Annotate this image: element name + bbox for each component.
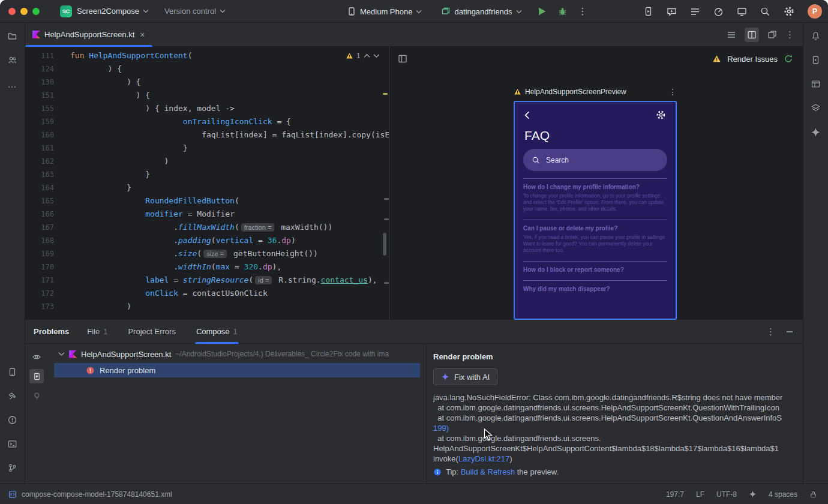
line-number[interactable]: 163 <box>37 168 54 181</box>
code-text[interactable]: } <box>70 143 188 152</box>
line-number[interactable]: 172 <box>37 287 54 300</box>
device-selector[interactable]: Medium Phone <box>347 7 422 16</box>
terminal-icon[interactable] <box>7 439 17 449</box>
lock-icon[interactable] <box>809 490 817 499</box>
line-number[interactable]: 166 <box>37 208 54 221</box>
line-number[interactable]: 159 <box>37 115 54 128</box>
debug-button[interactable] <box>557 7 568 16</box>
list-view-icon[interactable] <box>727 30 736 40</box>
line-number[interactable]: 164 <box>37 181 54 194</box>
code-text[interactable]: ) <box>70 157 169 166</box>
code-line[interactable]: 164 } <box>25 181 389 194</box>
device-manager-icon[interactable] <box>737 7 747 17</box>
render-issues-label[interactable]: Render Issues <box>727 55 778 64</box>
line-number[interactable]: 111 <box>37 49 54 62</box>
user-avatar[interactable]: P <box>808 4 822 19</box>
stripe-mark[interactable] <box>384 198 389 200</box>
code-text[interactable]: modifier = Modifier <box>70 209 235 218</box>
running-devices-icon[interactable] <box>7 367 17 377</box>
stack-link[interactable]: 199) <box>433 424 449 433</box>
notifications-bell-icon[interactable] <box>811 31 821 41</box>
code-text[interactable]: } <box>70 170 150 179</box>
code-line[interactable]: 166 modifier = Modifier <box>25 208 389 221</box>
autoscroll-eye-icon[interactable] <box>29 350 44 364</box>
code-line[interactable]: 169 .size(size = getButtonHeight()) <box>25 247 389 260</box>
layout-inspector-icon[interactable] <box>811 79 821 89</box>
line-ending[interactable]: LF <box>696 490 704 499</box>
tab-project-errors[interactable]: Project Errors <box>127 320 176 344</box>
line-number[interactable]: 155 <box>37 102 54 115</box>
line-number[interactable]: 173 <box>37 300 54 313</box>
line-number[interactable]: 167 <box>37 221 54 234</box>
code-text[interactable]: ) <box>70 302 131 311</box>
code-line[interactable]: 170 .widthIn(max = 320.dp), <box>25 260 389 274</box>
caret-position[interactable]: 197:7 <box>666 490 684 499</box>
inspection-widget[interactable]: 1 <box>346 52 380 60</box>
build-refresh-link[interactable]: Build & Refresh <box>461 467 515 476</box>
float-window-icon[interactable] <box>767 30 777 40</box>
code-line[interactable]: 168 .padding(vertical = 36.dp) <box>25 234 389 247</box>
line-number[interactable]: 161 <box>37 142 54 155</box>
render-problem-row[interactable]: Render problem <box>54 363 420 377</box>
code-line[interactable]: 159 onTrailingIconClick = { <box>25 115 389 128</box>
editor-scrollbar[interactable] <box>383 233 386 256</box>
status-message[interactable]: compose-compose-model-1758748140651.xml <box>22 490 172 499</box>
code-text[interactable]: ) { <box>70 91 150 100</box>
code-text[interactable]: faqList[index] = faqList[index].copy(isE <box>70 130 389 139</box>
code-line[interactable]: 173 ) <box>25 300 389 313</box>
code-text[interactable]: ) { <box>70 64 122 73</box>
code-text[interactable]: .padding(vertical = 36.dp) <box>70 236 296 245</box>
code-text[interactable]: } <box>70 183 131 192</box>
search-everywhere-icon[interactable] <box>760 7 770 17</box>
quickfix-bulb-icon[interactable] <box>29 388 44 403</box>
code-text[interactable]: fun HelpAndSupportContent( <box>70 51 193 60</box>
stripe-mark[interactable] <box>384 282 389 284</box>
zoom-window-button[interactable] <box>32 8 40 15</box>
code-text[interactable]: label = stringResource(id = R.string.con… <box>70 275 377 284</box>
run-configuration-selector[interactable]: datingandfriends <box>441 7 521 16</box>
code-text[interactable]: .size(size = getButtonHeight()) <box>70 249 318 258</box>
preview-layout-icon[interactable] <box>398 54 407 64</box>
previous-problem-icon[interactable] <box>364 53 370 58</box>
code-line[interactable]: 160 faqList[index] = faqList[index].copy… <box>25 128 389 142</box>
phone-preview-canvas[interactable]: FAQ Search How do I change my profile in… <box>514 101 677 320</box>
people-icon[interactable] <box>7 55 17 65</box>
file-encoding[interactable]: UTF-8 <box>716 490 737 499</box>
line-number[interactable]: 130 <box>37 76 54 89</box>
warning-stripe-mark[interactable] <box>383 93 388 95</box>
preview-problem-toggle[interactable] <box>29 369 44 383</box>
problems-tool-icon[interactable] <box>7 415 17 425</box>
editor-more-options-icon[interactable]: ⋮ <box>785 29 794 40</box>
profiler-icon[interactable] <box>713 7 724 17</box>
code-line[interactable]: 111fun HelpAndSupportContent( <box>25 49 389 62</box>
project-icon[interactable]: SC <box>60 5 72 17</box>
code-line[interactable]: 165 RoundedFilledButton( <box>25 194 389 208</box>
close-tab-icon[interactable]: × <box>140 30 145 40</box>
code-text[interactable]: .widthIn(max = 320.dp), <box>70 262 281 271</box>
vcs-widget[interactable]: Version control <box>164 7 226 16</box>
code-line[interactable]: 161 } <box>25 142 389 155</box>
next-problem-icon[interactable] <box>373 53 380 58</box>
build-refresh-icon[interactable] <box>784 54 793 64</box>
stack-link[interactable]: LazyDsl.kt:217 <box>458 454 509 463</box>
code-line[interactable]: 155 ) { index, model -> <box>25 102 389 115</box>
project-tool-icon[interactable] <box>7 31 17 41</box>
code-line[interactable]: 163 } <box>25 168 389 181</box>
preview-card-menu-icon[interactable]: ⋮ <box>668 87 677 97</box>
line-number[interactable]: 160 <box>37 128 54 142</box>
editor-tab-active[interactable]: HelpAndSupportScreen.kt × <box>25 23 152 47</box>
code-text[interactable]: .fillMaxWidth(fraction = maxWidth()) <box>70 223 332 232</box>
problems-file-row[interactable]: HelpAndSupportScreen.kt ~/AndroidStudioP… <box>48 346 426 362</box>
code-line[interactable]: 162 ) <box>25 155 389 168</box>
code-editor[interactable]: 111fun HelpAndSupportContent(124 ) {130 … <box>25 47 389 320</box>
line-number[interactable]: 169 <box>37 247 54 260</box>
code-text[interactable]: RoundedFilledButton( <box>70 196 239 205</box>
gemini-star-icon[interactable] <box>811 127 821 137</box>
line-number[interactable]: 170 <box>37 260 54 274</box>
code-text[interactable]: ) { <box>70 77 140 86</box>
panel-options-icon[interactable]: ⋮ <box>766 326 775 337</box>
preview-card-title[interactable]: HelpAndSupportScreenPreview <box>525 88 626 96</box>
panel-splitter[interactable] <box>426 344 427 484</box>
code-line[interactable]: 172 onClick = contactUsOnClick <box>25 287 389 300</box>
code-text[interactable]: onClick = contactUsOnClick <box>70 289 268 298</box>
